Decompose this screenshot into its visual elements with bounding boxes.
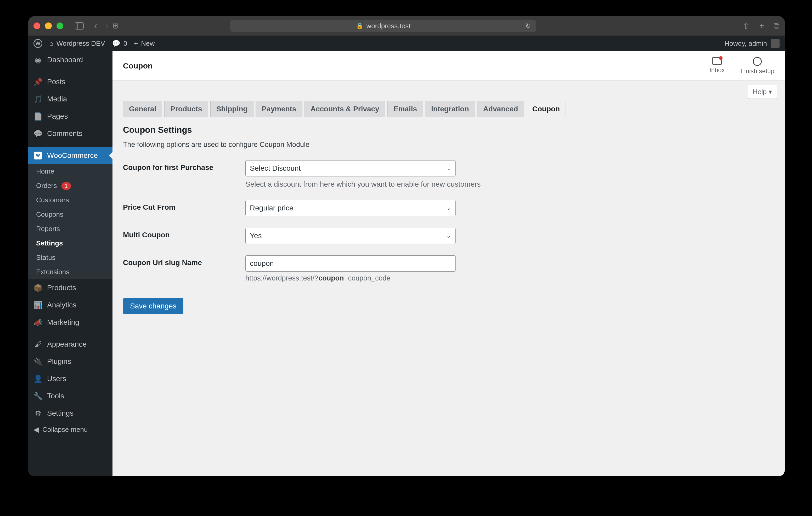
- tab-emails[interactable]: Emails: [387, 101, 423, 117]
- close-window-button[interactable]: [33, 23, 40, 29]
- share-icon[interactable]: ⇧: [743, 21, 750, 31]
- sidebar-item-analytics[interactable]: 📊 Analytics: [28, 297, 113, 314]
- tab-products[interactable]: Products: [164, 101, 208, 117]
- collapse-icon: ◀: [33, 426, 39, 434]
- sidebar-item-woocommerce[interactable]: W WooCommerce: [28, 147, 113, 164]
- maximize-window-button[interactable]: [57, 23, 63, 29]
- tools-icon: 🔧: [33, 392, 42, 400]
- inbox-button[interactable]: Inbox: [709, 57, 725, 75]
- submenu-item-orders[interactable]: Orders 1: [28, 179, 113, 193]
- tab-accounts-privacy[interactable]: Accounts & Privacy: [304, 101, 385, 117]
- back-button[interactable]: ‹: [94, 21, 97, 31]
- traffic-lights: [33, 23, 63, 29]
- media-icon: 🎵: [33, 95, 42, 103]
- sidebar-item-label: Plugins: [47, 357, 71, 366]
- submenu-item-extensions[interactable]: Extensions: [28, 265, 113, 279]
- submenu-item-reports[interactable]: Reports: [28, 222, 113, 236]
- row-multi-coupon: Multi Coupon Yes ⌄: [123, 228, 774, 244]
- sidebar-item-label: Tools: [47, 392, 64, 400]
- tab-shipping[interactable]: Shipping: [210, 101, 254, 117]
- help-tab[interactable]: Help ▾: [748, 85, 777, 99]
- collapse-menu-button[interactable]: ◀ Collapse menu: [28, 422, 113, 437]
- woocommerce-icon: W: [33, 151, 42, 160]
- address-bar[interactable]: 🔒 wordpress.test ↻: [230, 20, 536, 32]
- sidebar-toggle-icon[interactable]: [75, 22, 84, 30]
- submenu-item-home[interactable]: Home: [28, 164, 113, 179]
- finish-setup-button[interactable]: Finish setup: [741, 57, 774, 75]
- tab-general[interactable]: General: [123, 101, 162, 117]
- sidebar-item-dashboard[interactable]: ◉ Dashboard: [28, 51, 113, 68]
- forward-button[interactable]: ›: [105, 21, 108, 31]
- input-url-slug[interactable]: [245, 255, 456, 272]
- sidebar-item-plugins[interactable]: 🔌 Plugins: [28, 353, 113, 370]
- appearance-icon: 🖌: [33, 340, 42, 349]
- url-prefix: https://wordpress.test/?: [245, 274, 318, 282]
- sidebar-item-settings[interactable]: ⚙ Settings: [28, 405, 113, 422]
- desc-first-purchase: Select a discount from here which you wa…: [245, 180, 774, 188]
- sidebar-item-label: Marketing: [47, 318, 79, 327]
- minimize-window-button[interactable]: [45, 23, 52, 29]
- site-name: Wordpress DEV: [57, 39, 105, 48]
- select-price-cut[interactable]: Regular price: [245, 200, 456, 216]
- settings-tabs: General Products Shipping Payments Accou…: [123, 101, 774, 117]
- save-changes-button[interactable]: Save changes: [123, 298, 183, 314]
- notification-dot: [719, 56, 723, 60]
- sidebar-item-media[interactable]: 🎵 Media: [28, 90, 113, 108]
- submenu-item-customers[interactable]: Customers: [28, 193, 113, 207]
- submenu-item-label: Orders: [36, 182, 57, 189]
- sidebar-item-label: Settings: [47, 409, 74, 418]
- sidebar-item-comments[interactable]: 💬 Comments: [28, 125, 113, 142]
- submenu-item-settings[interactable]: Settings: [28, 236, 113, 250]
- sidebar-item-appearance[interactable]: 🖌 Appearance: [28, 336, 113, 353]
- tab-integration[interactable]: Integration: [425, 101, 475, 117]
- sidebar-item-label: Pages: [47, 112, 68, 121]
- user-menu[interactable]: Howdy, admin: [724, 39, 780, 48]
- finish-setup-label: Finish setup: [741, 67, 774, 75]
- label-url-slug: Coupon Url slug Name: [123, 255, 245, 267]
- howdy-text: Howdy, admin: [724, 39, 767, 48]
- sidebar-item-pages[interactable]: 📄 Pages: [28, 108, 113, 125]
- sidebar-item-label: Analytics: [47, 301, 77, 309]
- tab-advanced[interactable]: Advanced: [477, 101, 524, 117]
- products-icon: 📦: [33, 283, 42, 292]
- inbox-icon: [712, 57, 722, 65]
- select-first-purchase[interactable]: Select Discount: [245, 160, 456, 177]
- submenu-item-coupons[interactable]: Coupons: [28, 207, 113, 222]
- sidebar-item-label: WooCommerce: [47, 151, 98, 160]
- tab-coupon[interactable]: Coupon: [526, 101, 566, 117]
- sidebar-item-tools[interactable]: 🔧 Tools: [28, 387, 113, 405]
- sidebar-item-marketing[interactable]: 📣 Marketing: [28, 314, 113, 331]
- new-content-link[interactable]: + New: [134, 39, 154, 48]
- submenu-item-status[interactable]: Status: [28, 250, 113, 265]
- sidebar-item-label: Products: [47, 284, 76, 292]
- help-label: Help: [753, 88, 766, 96]
- users-icon: 👤: [33, 374, 42, 383]
- comments-count: 0: [123, 39, 127, 48]
- privacy-shield-icon[interactable]: ⛨: [113, 22, 120, 30]
- settings-icon: ⚙: [33, 409, 42, 418]
- sidebar-item-products[interactable]: 📦 Products: [28, 279, 113, 297]
- site-name-link[interactable]: ⌂ Wordpress DEV: [49, 39, 105, 48]
- sidebar-item-posts[interactable]: 📌 Posts: [28, 73, 113, 90]
- sidebar-item-label: Users: [47, 374, 66, 383]
- comment-icon: 💬: [112, 39, 120, 48]
- refresh-icon[interactable]: ↻: [525, 22, 531, 30]
- collapse-label: Collapse menu: [42, 426, 88, 434]
- sidebar-item-users[interactable]: 👤 Users: [28, 370, 113, 387]
- label-first-purchase: Coupon for first Purchase: [123, 160, 245, 172]
- tab-payments[interactable]: Payments: [256, 101, 302, 117]
- pages-icon: 📄: [33, 112, 42, 121]
- comments-link[interactable]: 💬 0: [112, 39, 127, 48]
- browser-toolbar: ‹ › ⛨ 🔒 wordpress.test ↻ ⇧ + ⧉: [28, 16, 785, 35]
- marketing-icon: 📣: [33, 318, 42, 327]
- select-multi-coupon[interactable]: Yes: [245, 228, 456, 244]
- wp-logo-menu[interactable]: W: [33, 39, 42, 48]
- new-tab-icon[interactable]: +: [759, 21, 764, 31]
- sidebar-item-label: Dashboard: [47, 56, 83, 64]
- sidebar-item-label: Media: [47, 95, 67, 103]
- woocommerce-submenu: Home Orders 1 Customers Coupons Reports …: [28, 164, 113, 279]
- new-label: New: [141, 39, 154, 48]
- tabs-icon[interactable]: ⧉: [774, 21, 780, 31]
- page-heading-bar: Coupon Inbox Finish setup: [113, 51, 785, 81]
- orders-badge: 1: [61, 182, 71, 190]
